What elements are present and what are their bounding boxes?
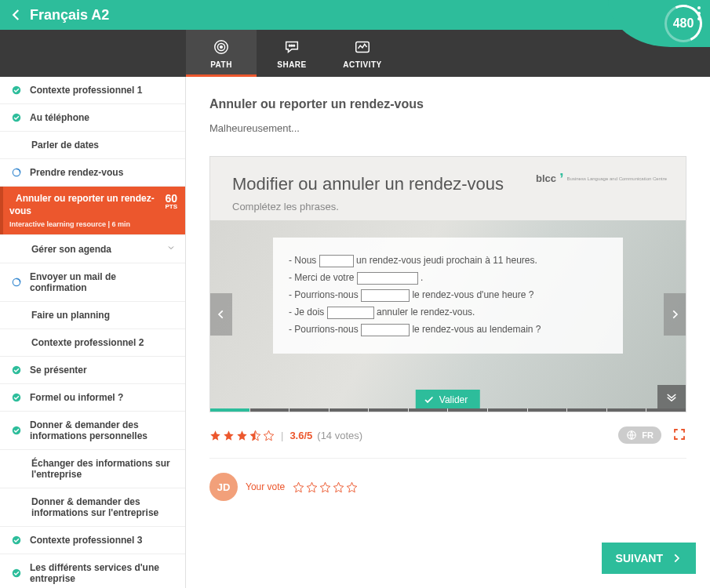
blank-input[interactable] bbox=[357, 272, 418, 285]
validate-label: Valider bbox=[439, 394, 468, 405]
star-outline-icon bbox=[263, 430, 275, 441]
brand-text: blcc bbox=[536, 172, 556, 184]
sidebar-item-label: Donner & demander des informations sur l… bbox=[31, 496, 176, 518]
check-circle-icon bbox=[11, 568, 22, 579]
sidebar-item[interactable]: Faire un planning bbox=[0, 302, 185, 329]
your-vote-stars[interactable] bbox=[293, 481, 358, 493]
divider bbox=[209, 458, 686, 459]
check-circle-icon bbox=[11, 425, 22, 436]
star-outline-icon[interactable] bbox=[333, 481, 344, 493]
check-circle-icon bbox=[11, 112, 22, 123]
score-ring: 480 bbox=[664, 5, 702, 42]
preview-prev-button[interactable] bbox=[210, 293, 232, 336]
sidebar-item[interactable]: Les différents services d'une entreprise bbox=[0, 554, 185, 588]
sidebar-item[interactable]: Formel ou informel ? bbox=[0, 384, 185, 412]
sidebar-item-label: Gérer son agenda bbox=[31, 244, 111, 255]
star-outline-icon[interactable] bbox=[293, 481, 304, 493]
fullscreen-icon bbox=[672, 427, 686, 441]
svg-point-4 bbox=[291, 45, 293, 46]
preview-collapse-button[interactable] bbox=[657, 385, 686, 408]
menu-button[interactable] bbox=[697, 6, 701, 20]
sidebar-item[interactable]: Se présenter bbox=[0, 357, 185, 384]
course-title: Français A2 bbox=[30, 7, 109, 24]
sidebar-item-label: Envoyer un mail de confirmation bbox=[30, 271, 176, 293]
blank-input[interactable] bbox=[327, 307, 374, 319]
sidebar-item-label: Contexte professionnel 2 bbox=[31, 337, 144, 348]
tab-share[interactable]: SHARE bbox=[257, 30, 327, 77]
sidebar-item-label: Formel ou informel ? bbox=[30, 392, 123, 403]
tab-label: ACTIVITY bbox=[343, 60, 382, 69]
check-circle-icon bbox=[11, 392, 22, 403]
rating-summary: | 3.6/5 (14 votes) FR bbox=[209, 426, 686, 444]
star-outline-icon[interactable] bbox=[346, 481, 358, 493]
lesson-title: Annuler ou reporter un rendez-vous bbox=[209, 97, 686, 111]
tab-path[interactable]: PATH bbox=[186, 30, 257, 77]
sidebar-item[interactable]: Donner & demander des informations perso… bbox=[0, 412, 185, 450]
sidebar-item[interactable]: Au téléphone bbox=[0, 104, 185, 132]
sidebar-item[interactable]: Parler de dates bbox=[0, 132, 185, 159]
svg-point-17 bbox=[13, 569, 21, 578]
sidebar-item[interactable]: Contexte professionnel 2 bbox=[0, 329, 185, 357]
preview-progress bbox=[210, 408, 686, 412]
sidebar-item-label: Au téléphone bbox=[30, 112, 89, 123]
sidebar-item[interactable]: Prendre rendez-vous bbox=[0, 159, 185, 187]
blank-input[interactable] bbox=[361, 324, 410, 336]
header-bar: Français A2 480 bbox=[0, 0, 710, 30]
star-icon bbox=[223, 430, 235, 441]
sidebar-item-points: 60PTS bbox=[165, 193, 177, 210]
progress-circle-icon bbox=[11, 167, 22, 178]
activity-icon bbox=[354, 38, 371, 56]
next-button[interactable]: SUIVANT bbox=[602, 543, 696, 574]
svg-point-16 bbox=[13, 536, 21, 545]
main-content: Annuler ou reporter un rendez-vous Malhe… bbox=[186, 77, 710, 588]
back-button[interactable] bbox=[9, 8, 24, 22]
sidebar-item-meta: Interactive learning resource | 6 min bbox=[9, 220, 176, 228]
chevron-down-icon bbox=[166, 243, 176, 252]
star-icon bbox=[236, 430, 248, 441]
language-button[interactable]: FR bbox=[618, 426, 661, 444]
score-value: 480 bbox=[673, 16, 694, 31]
svg-point-14 bbox=[13, 394, 21, 402]
nav-tabs: PATH SHARE ACTIVITY bbox=[0, 30, 710, 77]
blank-input[interactable] bbox=[319, 255, 354, 267]
user-avatar: JD bbox=[209, 473, 238, 501]
rating-stars bbox=[209, 430, 275, 441]
preview-next-button[interactable] bbox=[664, 293, 686, 336]
your-vote-label: Your vote bbox=[246, 481, 285, 492]
sidebar-item-label: Annuler ou reporter un rendez-vous bbox=[9, 193, 155, 216]
check-circle-icon bbox=[11, 85, 22, 96]
sidebar-item-label: Échanger des informations sur l'entrepri… bbox=[31, 458, 176, 480]
tab-activity[interactable]: ACTIVITY bbox=[327, 30, 398, 77]
sidebar-item[interactable]: Gérer son agenda bbox=[0, 235, 185, 263]
star-outline-icon[interactable] bbox=[319, 481, 331, 493]
tab-label: SHARE bbox=[277, 60, 307, 69]
star-half-icon bbox=[249, 430, 261, 441]
sidebar-item[interactable]: Contexte professionnel 1 bbox=[0, 77, 185, 104]
sidebar-item[interactable]: Donner & demander des informations sur l… bbox=[0, 488, 185, 527]
svg-point-7 bbox=[13, 86, 21, 95]
sidebar-item-label: Donner & demander des informations perso… bbox=[30, 419, 176, 441]
svg-point-3 bbox=[289, 45, 290, 46]
blank-input[interactable] bbox=[361, 289, 410, 302]
sidebar-item-label: Se présenter bbox=[30, 365, 87, 376]
your-vote-row: JD Your vote bbox=[209, 473, 686, 501]
validate-button[interactable]: Valider bbox=[416, 390, 480, 408]
brand-logo: blcc’ Business Language and Communicatio… bbox=[536, 172, 667, 184]
svg-point-5 bbox=[293, 45, 295, 46]
fullscreen-button[interactable] bbox=[672, 427, 686, 444]
sidebar-item-label: Faire un planning bbox=[31, 310, 110, 321]
sidebar-item-active[interactable]: Annuler ou reporter un rendez-vousIntera… bbox=[0, 187, 185, 235]
preview-subtitle: Complétez les phrases. bbox=[232, 201, 664, 212]
sidebar-item-label: Parler de dates bbox=[31, 140, 99, 151]
exercise-panel: - Nous un rendez-vous jeudi prochain à 1… bbox=[273, 238, 623, 354]
star-outline-icon[interactable] bbox=[306, 481, 318, 493]
sidebar-item[interactable]: Échanger des informations sur l'entrepri… bbox=[0, 450, 185, 488]
sidebar-item[interactable]: Envoyer un mail de confirmation bbox=[0, 263, 185, 302]
check-circle-icon bbox=[11, 535, 22, 546]
sidebar-item-label: Contexte professionnel 1 bbox=[30, 85, 142, 96]
svg-point-2 bbox=[220, 45, 223, 48]
sidebar-item-label: Prendre rendez-vous bbox=[30, 167, 123, 178]
chevron-right-icon bbox=[671, 553, 682, 564]
star-icon bbox=[209, 430, 221, 441]
sidebar-item[interactable]: Contexte professionnel 3 bbox=[0, 527, 185, 554]
